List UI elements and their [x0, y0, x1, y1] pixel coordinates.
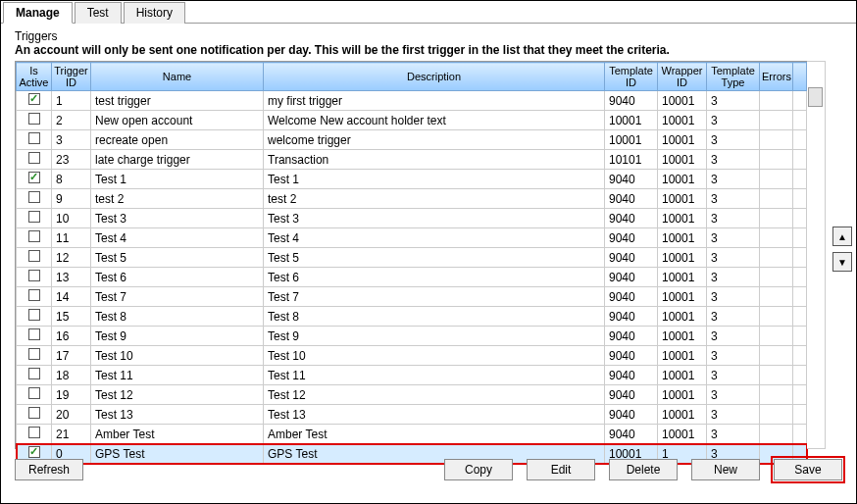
cell-blank — [793, 425, 807, 444]
table-row[interactable]: 20Test 13Test 139040100013 — [17, 405, 807, 425]
table-row[interactable]: 19Test 12Test 129040100013 — [17, 385, 807, 405]
cell-blank — [793, 111, 807, 130]
move-up-button[interactable]: ▲ — [832, 227, 852, 246]
col-is-active[interactable]: Is Active — [17, 63, 52, 91]
cell-wrapper-id: 10001 — [658, 130, 707, 150]
cell-template-id: 9040 — [605, 248, 658, 268]
cell-blank — [793, 268, 807, 287]
is-active-checkbox[interactable] — [28, 309, 40, 321]
col-template-id[interactable]: Template ID — [605, 63, 658, 91]
cell-name: Test 3 — [91, 209, 264, 228]
col-description[interactable]: Description — [264, 63, 605, 91]
table-row[interactable]: 10Test 3Test 39040100013 — [17, 209, 807, 228]
is-active-checkbox[interactable] — [28, 348, 40, 360]
cell-template-id: 9040 — [605, 189, 658, 209]
col-template-type[interactable]: Template Type — [707, 63, 760, 91]
table-row[interactable]: 16Test 9Test 99040100013 — [17, 327, 807, 346]
is-active-checkbox[interactable] — [28, 172, 40, 183]
table-row[interactable]: 14Test 7Test 79040100013 — [17, 287, 807, 307]
cell-name: Test 1 — [91, 170, 264, 189]
col-blank — [793, 63, 807, 91]
is-active-checkbox[interactable] — [28, 211, 40, 223]
is-active-checkbox[interactable] — [28, 93, 40, 105]
copy-button[interactable]: Copy — [444, 459, 513, 480]
is-active-checkbox[interactable] — [28, 407, 40, 419]
is-active-checkbox[interactable] — [28, 328, 40, 340]
cell-template-id: 9040 — [605, 228, 658, 248]
table-row[interactable]: 8Test 1Test 19040100013 — [17, 170, 807, 189]
cell-wrapper-id: 10001 — [658, 327, 707, 346]
cell-template-type: 3 — [707, 366, 760, 385]
is-active-checkbox[interactable] — [28, 191, 40, 203]
cell-template-type: 3 — [707, 209, 760, 228]
vertical-scrollbar[interactable] — [807, 61, 826, 449]
cell-template-id: 9040 — [605, 307, 658, 327]
cell-errors — [760, 366, 793, 385]
save-button[interactable]: Save — [774, 459, 842, 480]
cell-description: Test 10 — [264, 346, 605, 366]
cell-errors — [760, 425, 793, 444]
table-row[interactable]: 0GPS TestGPS Test1000113 — [17, 444, 807, 464]
col-trigger-id[interactable]: Trigger ID — [52, 63, 91, 91]
move-down-button[interactable]: ▼ — [832, 252, 852, 272]
is-active-checkbox[interactable] — [28, 427, 40, 438]
tab-manage[interactable]: Manage — [3, 2, 73, 24]
col-name[interactable]: Name — [91, 63, 264, 91]
cell-description: Test 11 — [264, 366, 605, 385]
table-row[interactable]: 15Test 8Test 89040100013 — [17, 307, 807, 327]
cell-wrapper-id: 10001 — [658, 385, 707, 405]
scroll-thumb[interactable] — [808, 87, 823, 107]
is-active-checkbox[interactable] — [28, 270, 40, 281]
new-button[interactable]: New — [691, 459, 760, 480]
col-wrapper-id[interactable]: Wrapper ID — [658, 63, 707, 91]
tab-test[interactable]: Test — [75, 2, 122, 24]
table-row[interactable]: 12Test 5Test 59040100013 — [17, 248, 807, 268]
cell-trigger-id: 16 — [52, 327, 91, 346]
table-row[interactable]: 11Test 4Test 49040100013 — [17, 228, 807, 248]
table-row[interactable]: 3recreate openwelcome trigger10001100013 — [17, 130, 807, 150]
cell-blank — [793, 189, 807, 209]
edit-button[interactable]: Edit — [527, 459, 595, 480]
cell-errors — [760, 287, 793, 307]
cell-wrapper-id: 10001 — [658, 366, 707, 385]
table-row[interactable]: 1test triggermy first trigger9040100013 — [17, 91, 807, 111]
tab-history[interactable]: History — [124, 2, 185, 24]
col-errors[interactable]: Errors — [760, 63, 793, 91]
is-active-checkbox[interactable] — [28, 289, 40, 301]
cell-template-id: 9040 — [605, 91, 658, 111]
is-active-checkbox[interactable] — [28, 132, 40, 144]
cell-trigger-id: 14 — [52, 287, 91, 307]
is-active-checkbox[interactable] — [28, 387, 40, 399]
is-active-checkbox[interactable] — [28, 113, 40, 125]
reorder-arrows: ▲ ▼ — [832, 227, 852, 272]
cell-wrapper-id: 10001 — [658, 209, 707, 228]
table-row[interactable]: 23late charge triggerTransaction10101100… — [17, 150, 807, 170]
cell-template-type: 3 — [707, 327, 760, 346]
cell-wrapper-id: 10001 — [658, 405, 707, 425]
is-active-checkbox[interactable] — [28, 230, 40, 242]
table-row[interactable]: 17Test 10Test 109040100013 — [17, 346, 807, 366]
cell-template-id: 9040 — [605, 287, 658, 307]
cell-errors — [760, 150, 793, 170]
cell-name: Test 10 — [91, 346, 264, 366]
cell-template-id: 9040 — [605, 327, 658, 346]
table-row[interactable]: 21Amber TestAmber Test9040100013 — [17, 425, 807, 444]
table-row[interactable]: 13Test 6Test 69040100013 — [17, 268, 807, 287]
is-active-checkbox[interactable] — [28, 250, 40, 262]
table-row[interactable]: 9test 2test 29040100013 — [17, 189, 807, 209]
cell-name: Test 12 — [91, 385, 264, 405]
is-active-checkbox[interactable] — [28, 152, 40, 164]
cell-description: Test 13 — [264, 405, 605, 425]
cell-wrapper-id: 10001 — [658, 268, 707, 287]
delete-button[interactable]: Delete — [609, 459, 678, 480]
cell-trigger-id: 20 — [52, 405, 91, 425]
cell-template-id: 10001 — [605, 130, 658, 150]
triggers-grid[interactable]: Is Active Trigger ID Name Description Te… — [15, 61, 807, 449]
cell-description: Test 6 — [264, 268, 605, 287]
is-active-checkbox[interactable] — [28, 446, 40, 458]
triggers-window: Manage Test History Triggers An account … — [0, 0, 857, 504]
is-active-checkbox[interactable] — [28, 368, 40, 379]
table-row[interactable]: 18Test 11Test 119040100013 — [17, 366, 807, 385]
refresh-button[interactable]: Refresh — [15, 459, 83, 480]
table-row[interactable]: 2New open accountWelcome New account hol… — [17, 111, 807, 130]
